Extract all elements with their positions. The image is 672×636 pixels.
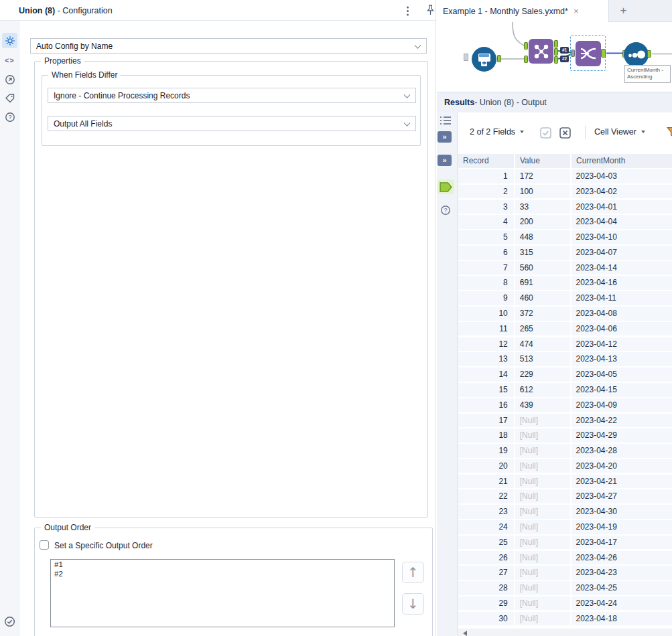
table-cell[interactable]: 2023-04-22 [572, 414, 672, 428]
table-cell[interactable]: 2023-04-15 [572, 383, 672, 397]
table-cell[interactable]: 2023-04-20 [572, 459, 672, 473]
scroll-left-icon[interactable] [463, 631, 467, 636]
input-connection-1-button[interactable]: » [438, 131, 452, 143]
table-cell[interactable]: 30 [458, 612, 515, 626]
join-output-anchor-r[interactable] [554, 56, 558, 64]
workflow-canvas[interactable]: #1 #2 CurrentMonth - Ascending [437, 22, 672, 92]
table-row[interactable]: 30[Null]2023-04-18 [458, 612, 672, 626]
table-cell[interactable]: 513 [515, 352, 572, 366]
table-cell[interactable]: 2023-04-17 [572, 536, 672, 550]
table-cell[interactable]: 8 [458, 276, 515, 290]
table-cell[interactable]: 265 [515, 322, 572, 336]
table-cell[interactable]: 11 [458, 322, 515, 336]
join-output-anchor-j[interactable] [554, 48, 558, 56]
table-cell[interactable]: [Null] [515, 444, 572, 458]
table-cell[interactable]: 2023-04-28 [572, 444, 672, 458]
table-cell[interactable]: 17 [458, 414, 515, 428]
horizontal-scrollbar[interactable] [458, 629, 672, 636]
table-row[interactable]: 94602023-04-11 [458, 291, 672, 305]
sort-tool[interactable] [624, 42, 649, 67]
table-cell[interactable]: 9 [458, 291, 515, 305]
table-cell[interactable]: 16 [458, 398, 515, 412]
table-cell[interactable]: 28 [458, 581, 515, 595]
table-cell[interactable]: 2023-04-18 [572, 612, 672, 626]
table-cell[interactable]: 14 [458, 368, 515, 382]
table-cell[interactable]: 200 [515, 215, 572, 229]
output-fields-dropdown[interactable]: Output All Fields [48, 116, 416, 131]
table-cell[interactable]: 5 [458, 230, 515, 244]
move-down-button[interactable]: ↓ [402, 593, 424, 615]
fields-dropdown[interactable]: 2 of 2 Fields [470, 127, 524, 137]
list-view-icon[interactable] [440, 116, 452, 125]
table-cell[interactable]: 1 [458, 169, 515, 183]
table-cell[interactable]: 2023-04-16 [572, 276, 672, 290]
table-cell[interactable]: 2023-04-11 [572, 291, 672, 305]
table-cell[interactable]: 372 [515, 307, 572, 321]
table-row[interactable]: 75602023-04-14 [458, 261, 672, 275]
table-cell[interactable]: [Null] [515, 581, 572, 595]
table-cell[interactable]: 29 [458, 597, 515, 611]
table-cell[interactable]: [Null] [515, 459, 572, 473]
table-cell[interactable]: 2023-04-10 [572, 230, 672, 244]
union-input-anchor[interactable] [571, 50, 575, 57]
table-cell[interactable]: 27 [458, 566, 515, 580]
table-row[interactable]: 103722023-04-08 [458, 307, 672, 321]
cell-viewer-dropdown[interactable]: Cell Viewer [594, 127, 645, 137]
table-row[interactable]: 63152023-04-07 [458, 246, 672, 260]
table-cell[interactable]: 13 [458, 352, 515, 366]
table-cell[interactable]: [Null] [515, 489, 572, 503]
table-cell[interactable]: [Null] [515, 566, 572, 580]
deselect-all-icon[interactable] [559, 127, 571, 139]
table-cell[interactable]: 15 [458, 383, 515, 397]
table-row[interactable]: 135132023-04-13 [458, 352, 672, 366]
table-cell[interactable]: 2023-04-19 [572, 520, 672, 534]
table-cell[interactable]: 25 [458, 536, 515, 550]
table-cell[interactable]: 560 [515, 261, 572, 275]
table-row[interactable]: 21002023-04-02 [458, 185, 672, 199]
table-cell[interactable]: 2023-04-23 [572, 566, 672, 580]
table-cell[interactable]: [Null] [515, 475, 572, 489]
table-cell[interactable]: 439 [515, 398, 572, 412]
table-cell[interactable]: 172 [515, 169, 572, 183]
table-row[interactable]: 23[Null]2023-04-30 [458, 505, 672, 519]
table-cell[interactable]: 2023-04-05 [572, 368, 672, 382]
table-cell[interactable]: 2023-04-01 [572, 200, 672, 214]
table-cell[interactable]: 229 [515, 368, 572, 382]
table-row[interactable]: 142292023-04-05 [458, 368, 672, 382]
table-cell[interactable]: 2023-04-30 [572, 505, 672, 519]
text-input-tool[interactable] [472, 47, 496, 72]
configuration-gear-icon[interactable] [2, 33, 17, 48]
table-cell[interactable]: 2023-04-29 [572, 428, 672, 443]
order-item[interactable]: #1 [51, 560, 394, 569]
table-cell[interactable]: [Null] [515, 597, 572, 611]
table-row[interactable]: 18[Null]2023-04-29 [458, 428, 672, 443]
table-cell[interactable]: 10 [458, 307, 515, 321]
table-row[interactable]: 3332023-04-01 [458, 200, 672, 214]
order-item[interactable]: #2 [51, 569, 394, 578]
table-cell[interactable]: 691 [515, 276, 572, 290]
table-row[interactable]: 86912023-04-16 [458, 276, 672, 290]
table-cell[interactable]: 2023-04-24 [572, 597, 672, 611]
table-cell[interactable]: [Null] [515, 520, 572, 534]
select-all-check-icon[interactable] [540, 127, 551, 139]
table-cell[interactable]: 19 [458, 444, 515, 458]
table-cell[interactable]: 2023-04-07 [572, 246, 672, 260]
output-order-list[interactable]: #1#2 [50, 559, 395, 627]
table-cell[interactable]: [Null] [515, 505, 572, 519]
column-header-record[interactable]: Record [458, 154, 515, 168]
table-cell[interactable]: 315 [515, 246, 572, 260]
table-cell[interactable]: 23 [458, 505, 515, 519]
text-input-output-anchor[interactable] [497, 55, 501, 62]
union-tool[interactable] [576, 41, 601, 66]
table-row[interactable]: 29[Null]2023-04-24 [458, 597, 672, 611]
table-cell[interactable]: 2023-04-14 [572, 261, 672, 275]
table-row[interactable]: 20[Null]2023-04-20 [458, 459, 672, 473]
table-cell[interactable]: [Null] [515, 428, 572, 443]
column-header-value[interactable]: Value [515, 154, 572, 168]
table-cell[interactable]: 2023-04-27 [572, 489, 672, 503]
table-row[interactable]: 42002023-04-04 [458, 215, 672, 229]
tag-icon[interactable] [2, 90, 17, 106]
table-cell[interactable]: 2023-04-03 [572, 169, 672, 183]
connection-badge-2[interactable]: #2 [560, 56, 569, 62]
table-cell[interactable]: 24 [458, 520, 515, 534]
